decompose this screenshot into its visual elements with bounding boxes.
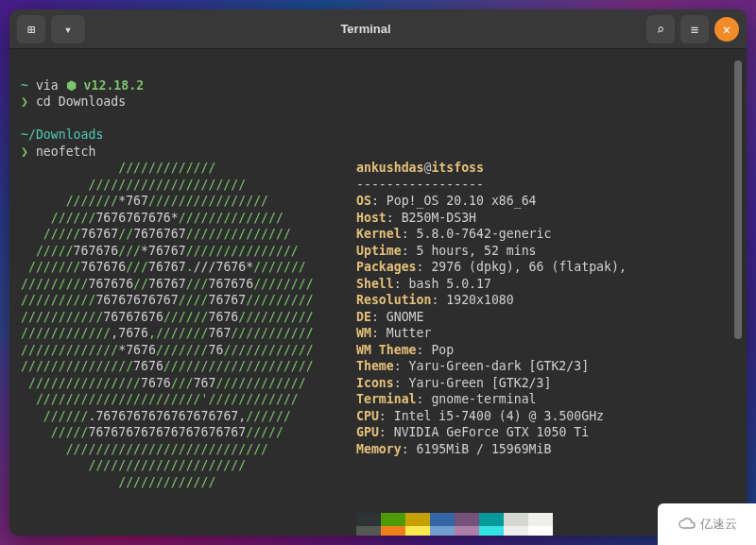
search-button[interactable]: ⌕ xyxy=(646,15,675,43)
new-tab-icon: ⊞ xyxy=(27,22,35,37)
output-row: /////////////*7676///////76////////////W… xyxy=(21,342,730,359)
command-cd: cd Downloads xyxy=(36,94,126,109)
info-value: : gnome-terminal xyxy=(417,392,537,406)
info-key: CPU xyxy=(356,409,379,423)
info-key: Icons xyxy=(356,376,394,390)
color-swatch xyxy=(455,513,479,526)
output-row: ///////////////7676////////////////////T… xyxy=(21,358,730,375)
info-key: WM xyxy=(356,326,371,340)
prompt-path: ~ xyxy=(21,78,28,93)
scrollbar[interactable] xyxy=(733,60,743,524)
info-key: Shell xyxy=(356,277,394,291)
logo-line: /////767676767676767676767///// xyxy=(21,424,356,441)
close-button[interactable]: ✕ xyxy=(714,17,739,42)
logo-line: ///////////////////// xyxy=(21,457,356,474)
logo-line: /////767676///*76767/////////////// xyxy=(21,243,356,260)
color-swatch xyxy=(430,526,455,536)
info-value: : Pop xyxy=(417,343,455,357)
info-key: WM Theme xyxy=(356,343,417,357)
info-key: Kernel xyxy=(356,227,402,241)
output-row: //////////////////////'//////////// Term… xyxy=(21,391,730,408)
info-key: Packages xyxy=(356,260,417,274)
logo-line: //////////////////////'//////////// xyxy=(21,391,356,408)
color-swatch xyxy=(405,513,430,526)
info-key: DE xyxy=(356,310,371,324)
color-swatch xyxy=(455,526,479,536)
titlebar: ⊞ ▾ Terminal ⌕ ≡ ✕ xyxy=(9,9,747,49)
info-key: Theme xyxy=(356,359,394,373)
logo-line: ////////////,7676,///////767/////////// xyxy=(21,325,356,342)
output-row: /////767676767676767676767///// GPU: NVI… xyxy=(21,424,730,441)
neofetch-host: itsfoss xyxy=(431,161,484,175)
neofetch-user: ankushdas xyxy=(356,161,423,175)
info-value: : 5.8.0-7642-generic xyxy=(402,227,552,241)
info-value: : Pop!_OS 20.10 x86_64 xyxy=(371,194,537,208)
scrollbar-thumb[interactable] xyxy=(734,60,742,339)
logo-line: /////////////*7676///////76//////////// xyxy=(21,342,356,359)
color-swatch xyxy=(504,513,528,526)
output-row: ///////////// xyxy=(21,474,730,491)
logo-line: //////7676767676*////////////// xyxy=(21,210,356,227)
tab-dropdown-button[interactable]: ▾ xyxy=(51,15,85,43)
logo-line: ///////////// xyxy=(21,474,356,491)
info-key: Resolution xyxy=(356,293,431,307)
output-row: ///////////////////// ----------------- xyxy=(21,177,730,194)
info-value: : bash 5.0.17 xyxy=(394,277,491,291)
output-row: /////767676///*76767/////////////// Upti… xyxy=(21,243,730,260)
cloud-icon xyxy=(678,515,696,534)
color-swatch xyxy=(504,526,528,536)
output-row: ////////////,7676,///////767///////////W… xyxy=(21,325,730,342)
color-swatch xyxy=(381,513,405,526)
node-icon: ⬢ xyxy=(66,78,84,93)
window-title: Terminal xyxy=(85,22,646,36)
info-value: : NVIDIA GeForce GTX 1050 Ti xyxy=(379,425,589,439)
output-row: ///////////////////// xyxy=(21,457,730,474)
search-icon: ⌕ xyxy=(657,22,664,37)
color-swatch xyxy=(405,526,430,536)
info-value: : Intel i5-7400 (4) @ 3.500GHz xyxy=(379,409,604,423)
info-value: : 5 hours, 52 mins xyxy=(402,244,537,258)
color-swatch xyxy=(356,513,381,526)
logo-line: ///////////// xyxy=(21,160,356,177)
info-key: OS xyxy=(356,194,371,208)
prompt-marker: ❯ xyxy=(21,94,36,109)
output-row: /////76767//7676767////////////// Kernel… xyxy=(21,226,730,243)
info-value: : 2976 (dpkg), 66 (flatpak), xyxy=(417,260,627,274)
terminal-window: ⊞ ▾ Terminal ⌕ ≡ ✕ ~ via ⬢ v12.18.2 ❯ cd… xyxy=(9,9,747,536)
logo-line: /////////////////////////// xyxy=(21,441,356,458)
prompt-marker: ❯ xyxy=(21,145,36,159)
logo-line: /////////767676//76767///767676//////// xyxy=(21,276,356,293)
color-swatch xyxy=(430,513,455,526)
logo-line: ///////////////////// xyxy=(21,177,356,194)
color-swatch xyxy=(479,513,504,526)
color-swatch xyxy=(528,526,553,536)
color-swatch xyxy=(528,513,553,526)
logo-line: //////.7676767676767676767,////// xyxy=(21,408,356,425)
palette-bottom xyxy=(356,526,553,536)
output-row: ///////////////7676///767//////////// Ic… xyxy=(21,375,730,392)
info-value: : Mutter xyxy=(371,326,432,340)
info-key: GPU xyxy=(356,425,379,439)
output-row: //////7676767676*////////////// Host: B2… xyxy=(21,210,730,227)
logo-line: ///////*767//////////////// xyxy=(21,193,356,210)
neofetch-sep: ----------------- xyxy=(356,178,484,192)
menu-button[interactable]: ≡ xyxy=(680,15,709,43)
prompt-via: via xyxy=(28,78,66,93)
output-row: /////////767676//76767///767676////////S… xyxy=(21,276,730,293)
info-key: Uptime xyxy=(356,244,402,258)
info-key: Host xyxy=(356,211,387,225)
chevron-down-icon: ▾ xyxy=(64,22,72,37)
info-value: : Yaru-Green [GTK2/3] xyxy=(394,376,552,390)
output-row: ///////767676///76767.///7676*/////// Pa… xyxy=(21,259,730,276)
output-row: //////////76767676767////76767/////////R… xyxy=(21,292,730,309)
terminal-body[interactable]: ~ via ⬢ v12.18.2 ❯ cd Downloads ~/Downlo… xyxy=(9,49,747,536)
prompt-path: ~/Downloads xyxy=(21,128,103,142)
info-key: Memory xyxy=(356,442,402,456)
new-tab-button[interactable]: ⊞ xyxy=(17,15,45,43)
terminal-content: ~ via ⬢ v12.18.2 ❯ cd Downloads ~/Downlo… xyxy=(21,60,730,524)
info-value: : 6195MiB / 15969MiB xyxy=(402,442,552,456)
info-key: Terminal xyxy=(356,392,417,406)
output-row: ///////////76767676//////7676//////////D… xyxy=(21,309,730,326)
watermark: 亿速云 xyxy=(658,503,756,545)
command-neofetch: neofetch xyxy=(36,145,96,159)
